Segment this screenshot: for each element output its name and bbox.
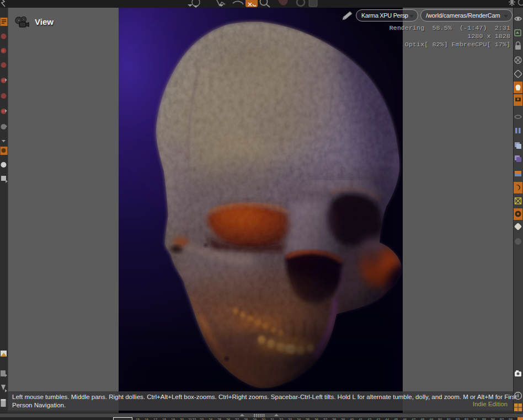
svg-text:42: 42 [367,418,372,420]
svg-text:18: 18 [162,418,167,420]
svg-text:20: 20 [180,418,184,420]
svg-text:24: 24 [209,418,213,420]
svg-text:31: 31 [270,418,275,420]
svg-text:38: 38 [332,418,337,420]
svg-text:23: 23 [200,418,204,420]
svg-text:58: 58 [509,418,513,420]
svg-text:2122: 2122 [188,418,196,420]
svg-text:57: 57 [500,418,504,420]
svg-text:16: 16 [145,418,149,420]
svg-text:33: 33 [288,418,292,420]
svg-text:35: 35 [306,418,310,420]
svg-text:19: 19 [171,418,175,420]
svg-text:30: 30 [262,418,266,420]
svg-text:34: 34 [297,418,301,420]
svg-text:56: 56 [491,418,495,420]
svg-text:55: 55 [482,418,487,420]
svg-text:37: 37 [323,418,328,420]
svg-text:47: 47 [412,418,416,420]
svg-text:32: 32 [279,418,284,420]
svg-text:50: 50 [438,418,442,420]
svg-text:43: 43 [376,418,381,420]
svg-text:27: 27 [235,418,239,420]
svg-text:26: 26 [226,418,231,420]
svg-text:25: 25 [217,418,222,420]
svg-text:39: 39 [341,418,345,420]
svg-text:53: 53 [465,418,469,420]
svg-text:29: 29 [253,418,257,420]
svg-text:36: 36 [314,418,319,420]
svg-text:52: 52 [456,418,460,420]
svg-text:51: 51 [447,418,451,420]
svg-text:45: 45 [394,418,398,420]
svg-text:48: 48 [420,418,425,420]
svg-text:15: 15 [136,418,140,420]
svg-text:54: 54 [473,418,478,420]
svg-text:41: 41 [359,418,363,420]
svg-text:28: 28 [244,418,248,420]
svg-text:49: 49 [429,418,434,420]
svg-text:46: 46 [403,418,407,420]
svg-text:44: 44 [385,418,389,420]
svg-text:40: 40 [350,418,354,420]
svg-text:17: 17 [153,418,158,420]
